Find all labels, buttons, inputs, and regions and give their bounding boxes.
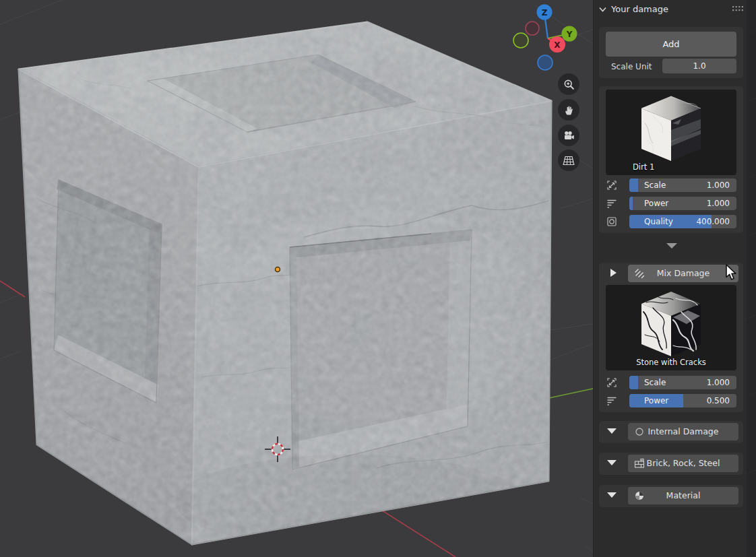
chevron-down-icon[interactable]: [598, 6, 607, 13]
gizmo-x-ball[interactable]: X: [549, 36, 565, 53]
dirt-preview-cube: [606, 90, 736, 175]
slider-label: Scale: [644, 181, 666, 190]
x-axis-line: [375, 506, 455, 557]
mix-damage-box: Mix Damage: [599, 263, 743, 412]
mix-preview-label: Stone with Cracks: [636, 358, 706, 367]
gizmo-z-negative-ball[interactable]: [538, 55, 553, 70]
x-axis-line: [0, 281, 25, 297]
panel-edge-gutter[interactable]: [747, 0, 756, 557]
slider-label: Power: [644, 199, 668, 208]
stone-cube[interactable]: [13, 17, 557, 550]
scale-icon: [606, 376, 618, 389]
slider-label: Scale: [644, 378, 666, 387]
camera-icon: [563, 130, 575, 141]
panel-collapse-triangle[interactable]: [666, 243, 677, 249]
svg-text:Y: Y: [566, 30, 573, 39]
quality-icon: [606, 216, 618, 228]
panel-header: Your damage: [594, 0, 747, 19]
gizmo-y-ball[interactable]: Y: [562, 26, 577, 42]
object-origin-dot[interactable]: [276, 267, 280, 272]
scale-icon: [606, 179, 618, 191]
material-button[interactable]: Material: [628, 487, 738, 504]
mouse-cursor: [726, 264, 738, 282]
slider-fill: [629, 197, 633, 210]
panel-title[interactable]: Your damage: [611, 4, 668, 14]
mix-damage-header-label: Mix Damage: [628, 268, 738, 278]
gizmo-z-ball[interactable]: Z: [537, 5, 553, 20]
dirt-power-slider[interactable]: Power 1.000: [629, 197, 736, 210]
dirt-box: Dirt 1 Scale 1.000: [599, 86, 743, 233]
magnifier-plus-icon: [563, 79, 575, 90]
dirt-preview-label: Dirt 1: [633, 162, 654, 172]
mix-damage-header-button[interactable]: Mix Damage: [628, 265, 738, 282]
your-damage-panel: Your damage Add Scale Unit 1.0: [593, 0, 747, 557]
zoom-button[interactable]: [558, 73, 579, 95]
slider-label: Power: [644, 396, 668, 405]
slider-value: 1.000: [707, 181, 730, 190]
dirt-preview[interactable]: Dirt 1: [606, 90, 736, 175]
slider-value: 0.500: [707, 396, 730, 405]
add-button[interactable]: Add: [606, 32, 736, 57]
blender-window: Z Y X: [0, 0, 756, 557]
mix-power-row: Power 0.500: [599, 394, 743, 407]
collapse-arrow-icon[interactable]: [607, 492, 617, 498]
falloff-icon: [606, 197, 618, 209]
orientation-gizmo[interactable]: Z Y X: [509, 0, 583, 77]
hand-icon: [563, 104, 575, 116]
brick-rock-steel-label: Brick, Rock, Steel: [628, 458, 738, 468]
gizmo-y-negative-ball[interactable]: [513, 33, 528, 48]
svg-text:X: X: [554, 40, 561, 50]
scale-unit-label: Scale Unit: [611, 62, 652, 71]
pan-button[interactable]: [558, 99, 579, 121]
internal-damage-box: Internal Damage: [599, 421, 743, 443]
camera-view-button[interactable]: [558, 125, 579, 146]
y-axis-line: [546, 389, 593, 399]
svg-text:Z: Z: [542, 8, 548, 18]
gizmo-x-negative-ball[interactable]: [526, 22, 539, 35]
brick-rock-steel-button[interactable]: Brick, Rock, Steel: [628, 455, 738, 472]
add-box: Add Scale Unit 1.0: [599, 27, 743, 78]
dirt-power-row: Power 1.000: [599, 197, 743, 210]
brick-rock-steel-box: Brick, Rock, Steel: [599, 453, 743, 475]
collapse-arrow-icon[interactable]: [607, 428, 617, 434]
grid-icon: [563, 156, 575, 166]
toggle-grid-button[interactable]: [558, 150, 579, 171]
internal-damage-label: Internal Damage: [628, 426, 738, 436]
internal-damage-button[interactable]: Internal Damage: [628, 423, 738, 440]
expand-arrow-icon[interactable]: [610, 269, 617, 277]
material-label: Material: [628, 490, 738, 500]
slider-value: 400.000: [696, 217, 730, 226]
scale-unit-field[interactable]: 1.0: [662, 59, 736, 73]
slider-value: 1.000: [707, 378, 730, 387]
dirt-scale-slider[interactable]: Scale 1.000: [629, 178, 736, 192]
slider-fill: [629, 376, 638, 389]
collapse-arrow-icon[interactable]: [607, 460, 617, 465]
mix-scale-row: Scale 1.000: [599, 376, 743, 389]
material-box: Material: [599, 485, 743, 507]
add-button-label: Add: [662, 39, 679, 49]
scale-unit-value: 1.0: [693, 61, 705, 71]
falloff-icon: [606, 395, 618, 407]
dirt-scale-row: Scale 1.000: [599, 178, 743, 192]
slider-label: Quality: [644, 217, 673, 226]
slider-fill: [629, 178, 638, 192]
stone-texture: [13, 17, 557, 550]
dirt-quality-row: Quality 400.000: [599, 215, 743, 228]
drag-grip-icon[interactable]: [732, 5, 744, 13]
slider-value: 1.000: [707, 199, 730, 208]
mix-power-slider[interactable]: Power 0.500: [629, 394, 736, 407]
mix-preview[interactable]: Stone with Cracks: [606, 285, 736, 370]
mix-scale-slider[interactable]: Scale 1.000: [629, 376, 736, 389]
dirt-quality-slider[interactable]: Quality 400.000: [629, 215, 736, 228]
